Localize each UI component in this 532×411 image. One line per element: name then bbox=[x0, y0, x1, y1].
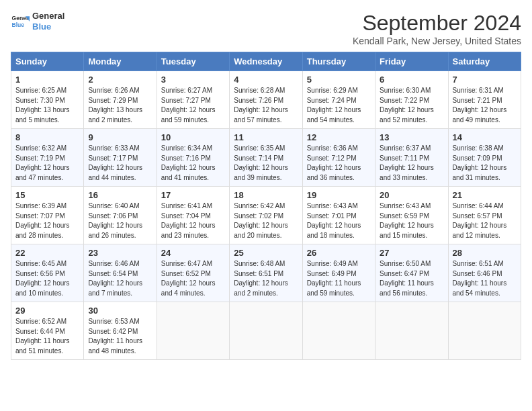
calendar-cell: 4Sunrise: 6:28 AMSunset: 7:26 PMDaylight… bbox=[230, 71, 302, 129]
calendar-cell: 28Sunrise: 6:51 AMSunset: 6:46 PMDayligh… bbox=[448, 244, 521, 302]
calendar-cell: 17Sunrise: 6:41 AMSunset: 7:04 PMDayligh… bbox=[157, 187, 229, 244]
day-number: 27 bbox=[380, 248, 443, 258]
calendar-cell: 6Sunrise: 6:30 AMSunset: 7:22 PMDaylight… bbox=[375, 71, 448, 129]
weekday-header-monday: Monday bbox=[84, 52, 157, 71]
logo: General Blue General Blue bbox=[11, 11, 64, 32]
day-info: Sunrise: 6:37 AMSunset: 7:11 PMDaylight:… bbox=[380, 144, 443, 183]
calendar-cell: 15Sunrise: 6:39 AMSunset: 7:07 PMDayligh… bbox=[11, 187, 84, 244]
calendar-cell bbox=[157, 302, 229, 360]
location-subtitle: Kendall Park, New Jersey, United States bbox=[353, 36, 521, 46]
day-number: 23 bbox=[88, 248, 152, 258]
calendar-week-3: 15Sunrise: 6:39 AMSunset: 7:07 PMDayligh… bbox=[11, 187, 521, 244]
calendar-cell: 29Sunrise: 6:52 AMSunset: 6:44 PMDayligh… bbox=[11, 302, 84, 360]
day-number: 4 bbox=[234, 75, 298, 85]
day-number: 15 bbox=[15, 190, 79, 200]
day-number: 10 bbox=[161, 132, 225, 142]
day-info: Sunrise: 6:34 AMSunset: 7:16 PMDaylight:… bbox=[161, 144, 225, 183]
day-number: 20 bbox=[380, 190, 443, 200]
title-block: September 2024 Kendall Park, New Jersey,… bbox=[353, 11, 521, 46]
day-info: Sunrise: 6:41 AMSunset: 7:04 PMDaylight:… bbox=[161, 201, 225, 240]
day-info: Sunrise: 6:43 AMSunset: 6:59 PMDaylight:… bbox=[380, 201, 443, 240]
calendar-cell: 24Sunrise: 6:47 AMSunset: 6:52 PMDayligh… bbox=[157, 244, 229, 302]
day-number: 24 bbox=[161, 248, 225, 258]
calendar-week-5: 29Sunrise: 6:52 AMSunset: 6:44 PMDayligh… bbox=[11, 302, 521, 360]
day-info: Sunrise: 6:52 AMSunset: 6:44 PMDaylight:… bbox=[15, 317, 79, 356]
calendar-cell bbox=[302, 302, 375, 360]
day-number: 13 bbox=[380, 132, 443, 142]
day-info: Sunrise: 6:49 AMSunset: 6:49 PMDaylight:… bbox=[307, 259, 371, 298]
calendar-cell: 13Sunrise: 6:37 AMSunset: 7:11 PMDayligh… bbox=[375, 129, 448, 187]
weekday-header-friday: Friday bbox=[375, 52, 448, 71]
day-info: Sunrise: 6:26 AMSunset: 7:29 PMDaylight:… bbox=[88, 86, 152, 125]
calendar-week-1: 1Sunrise: 6:25 AMSunset: 7:30 PMDaylight… bbox=[11, 71, 521, 129]
day-info: Sunrise: 6:44 AMSunset: 6:57 PMDaylight:… bbox=[453, 201, 517, 240]
day-number: 1 bbox=[15, 75, 79, 85]
day-number: 19 bbox=[307, 190, 371, 200]
calendar-table: SundayMondayTuesdayWednesdayThursdayFrid… bbox=[11, 52, 521, 360]
calendar-cell: 10Sunrise: 6:34 AMSunset: 7:16 PMDayligh… bbox=[157, 129, 229, 187]
logo-line2: Blue bbox=[32, 21, 64, 32]
logo-line1: General bbox=[32, 11, 64, 21]
weekday-header-tuesday: Tuesday bbox=[157, 52, 229, 71]
calendar-cell: 8Sunrise: 6:32 AMSunset: 7:19 PMDaylight… bbox=[11, 129, 84, 187]
day-number: 3 bbox=[161, 75, 225, 85]
calendar-cell bbox=[230, 302, 302, 360]
day-number: 22 bbox=[15, 248, 79, 258]
calendar-cell bbox=[375, 302, 448, 360]
calendar-cell: 27Sunrise: 6:50 AMSunset: 6:47 PMDayligh… bbox=[375, 244, 448, 302]
day-info: Sunrise: 6:38 AMSunset: 7:09 PMDaylight:… bbox=[453, 144, 517, 183]
day-info: Sunrise: 6:29 AMSunset: 7:24 PMDaylight:… bbox=[307, 86, 371, 125]
day-info: Sunrise: 6:39 AMSunset: 7:07 PMDaylight:… bbox=[15, 201, 79, 240]
calendar-cell: 25Sunrise: 6:48 AMSunset: 6:51 PMDayligh… bbox=[230, 244, 302, 302]
day-number: 5 bbox=[307, 75, 371, 85]
day-info: Sunrise: 6:50 AMSunset: 6:47 PMDaylight:… bbox=[380, 259, 443, 298]
calendar-cell: 23Sunrise: 6:46 AMSunset: 6:54 PMDayligh… bbox=[84, 244, 157, 302]
day-info: Sunrise: 6:36 AMSunset: 7:12 PMDaylight:… bbox=[307, 144, 371, 183]
day-number: 26 bbox=[307, 248, 371, 258]
calendar-cell: 11Sunrise: 6:35 AMSunset: 7:14 PMDayligh… bbox=[230, 129, 302, 187]
day-info: Sunrise: 6:28 AMSunset: 7:26 PMDaylight:… bbox=[234, 86, 298, 125]
day-number: 17 bbox=[161, 190, 225, 200]
calendar-cell: 9Sunrise: 6:33 AMSunset: 7:17 PMDaylight… bbox=[84, 129, 157, 187]
calendar-cell bbox=[448, 302, 521, 360]
day-info: Sunrise: 6:27 AMSunset: 7:27 PMDaylight:… bbox=[161, 86, 225, 125]
day-info: Sunrise: 6:32 AMSunset: 7:19 PMDaylight:… bbox=[15, 144, 79, 183]
weekday-header-thursday: Thursday bbox=[302, 52, 375, 71]
day-info: Sunrise: 6:47 AMSunset: 6:52 PMDaylight:… bbox=[161, 259, 225, 298]
day-info: Sunrise: 6:40 AMSunset: 7:06 PMDaylight:… bbox=[88, 201, 152, 240]
calendar-cell: 16Sunrise: 6:40 AMSunset: 7:06 PMDayligh… bbox=[84, 187, 157, 244]
calendar-week-4: 22Sunrise: 6:45 AMSunset: 6:56 PMDayligh… bbox=[11, 244, 521, 302]
day-number: 14 bbox=[453, 132, 517, 142]
day-info: Sunrise: 6:30 AMSunset: 7:22 PMDaylight:… bbox=[380, 86, 443, 125]
day-number: 25 bbox=[234, 248, 298, 258]
calendar-cell: 3Sunrise: 6:27 AMSunset: 7:27 PMDaylight… bbox=[157, 71, 229, 129]
calendar-header-row: SundayMondayTuesdayWednesdayThursdayFrid… bbox=[11, 52, 521, 71]
calendar-cell: 12Sunrise: 6:36 AMSunset: 7:12 PMDayligh… bbox=[302, 129, 375, 187]
day-number: 21 bbox=[453, 190, 517, 200]
calendar-cell: 2Sunrise: 6:26 AMSunset: 7:29 PMDaylight… bbox=[84, 71, 157, 129]
month-title: September 2024 bbox=[353, 11, 521, 36]
weekday-header-sunday: Sunday bbox=[11, 52, 84, 71]
day-info: Sunrise: 6:48 AMSunset: 6:51 PMDaylight:… bbox=[234, 259, 298, 298]
day-info: Sunrise: 6:53 AMSunset: 6:42 PMDaylight:… bbox=[88, 317, 152, 356]
day-info: Sunrise: 6:51 AMSunset: 6:46 PMDaylight:… bbox=[453, 259, 517, 298]
calendar-cell: 1Sunrise: 6:25 AMSunset: 7:30 PMDaylight… bbox=[11, 71, 84, 129]
day-info: Sunrise: 6:33 AMSunset: 7:17 PMDaylight:… bbox=[88, 144, 152, 183]
calendar-cell: 18Sunrise: 6:42 AMSunset: 7:02 PMDayligh… bbox=[230, 187, 302, 244]
calendar-cell: 20Sunrise: 6:43 AMSunset: 6:59 PMDayligh… bbox=[375, 187, 448, 244]
day-info: Sunrise: 6:46 AMSunset: 6:54 PMDaylight:… bbox=[88, 259, 152, 298]
weekday-header-saturday: Saturday bbox=[448, 52, 521, 71]
svg-text:Blue: Blue bbox=[12, 21, 25, 28]
day-number: 30 bbox=[88, 306, 152, 316]
day-info: Sunrise: 6:31 AMSunset: 7:21 PMDaylight:… bbox=[453, 86, 517, 125]
day-info: Sunrise: 6:35 AMSunset: 7:14 PMDaylight:… bbox=[234, 144, 298, 183]
day-number: 9 bbox=[88, 132, 152, 142]
page-header: General Blue General Blue September 2024… bbox=[11, 11, 521, 46]
svg-text:General: General bbox=[12, 15, 30, 21]
day-info: Sunrise: 6:45 AMSunset: 6:56 PMDaylight:… bbox=[15, 259, 79, 298]
calendar-cell: 21Sunrise: 6:44 AMSunset: 6:57 PMDayligh… bbox=[448, 187, 521, 244]
day-number: 28 bbox=[453, 248, 517, 258]
day-info: Sunrise: 6:43 AMSunset: 7:01 PMDaylight:… bbox=[307, 201, 371, 240]
day-number: 18 bbox=[234, 190, 298, 200]
day-number: 16 bbox=[88, 190, 152, 200]
